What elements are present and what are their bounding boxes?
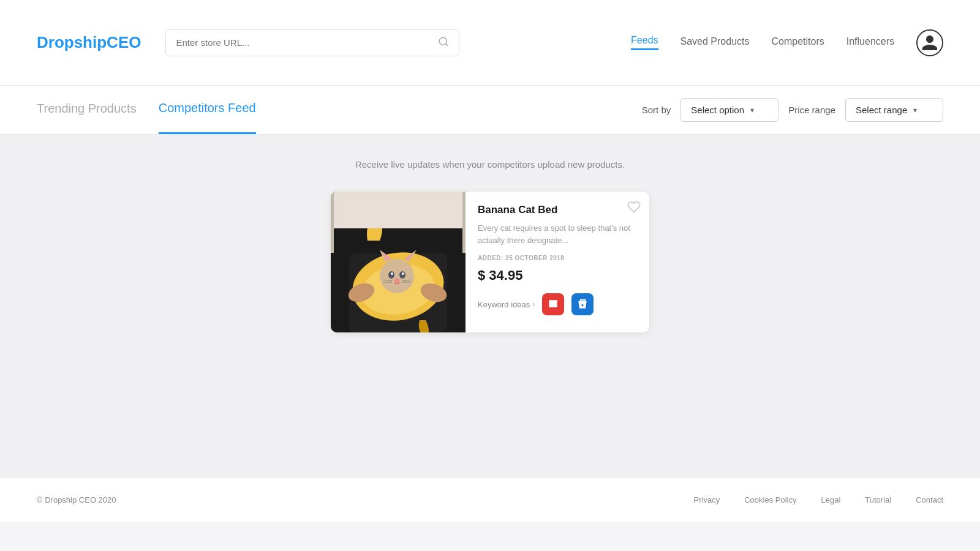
product-actions: Keyword ideas ›	[478, 293, 637, 315]
product-description: Every cat requires a spot to sleep that'…	[478, 222, 637, 246]
logo: DropshipCEO	[37, 33, 141, 52]
price-chevron-icon: ▾	[913, 106, 917, 114]
added-date: ADDED: 25 OCTOBER 2018	[478, 255, 637, 261]
sub-header: Trending Products Competitors Feed Sort …	[0, 86, 980, 135]
sort-chevron-icon: ▾	[750, 106, 754, 114]
search-input[interactable]	[176, 37, 438, 48]
price-option-text: Select range	[856, 105, 907, 115]
wishlist-button[interactable]	[627, 200, 641, 217]
footer-links: Privacy Cookies Policy Legal Tutorial Co…	[694, 495, 943, 504]
main-content: Receive live updates when your competito…	[0, 135, 980, 478]
svg-point-12	[399, 271, 405, 279]
shopify-button[interactable]	[571, 293, 594, 315]
svg-rect-23	[331, 192, 334, 253]
product-price: $ 34.95	[478, 268, 637, 283]
user-avatar[interactable]	[916, 29, 943, 56]
svg-rect-22	[331, 192, 466, 228]
tab-competitors-feed[interactable]: Competitors Feed	[159, 86, 256, 134]
svg-point-6	[380, 259, 414, 293]
product-info: Banana Cat Bed Every cat requires a spot…	[466, 192, 649, 332]
search-bar[interactable]	[165, 29, 459, 56]
footer-link-tutorial[interactable]: Tutorial	[865, 495, 891, 504]
svg-point-14	[402, 272, 404, 275]
svg-point-15	[394, 279, 399, 282]
price-dropdown[interactable]: Select range ▾	[845, 98, 943, 122]
tab-trending-products[interactable]: Trending Products	[37, 86, 137, 134]
footer-link-cookies[interactable]: Cookies Policy	[744, 495, 796, 504]
header: DropshipCEO Feeds Saved Products Competi…	[0, 0, 980, 86]
aliexpress-button[interactable]	[542, 293, 564, 315]
product-title: Banana Cat Bed	[478, 204, 619, 216]
main-nav: Feeds Saved Products Competitors Influen…	[631, 29, 943, 56]
sort-label: Sort by	[642, 105, 671, 115]
price-label: Price range	[788, 105, 835, 115]
nav-item-competitors[interactable]: Competitors	[771, 36, 824, 50]
info-text: Receive live updates when your competito…	[37, 159, 943, 170]
svg-point-11	[388, 271, 394, 279]
product-card: Banana Cat Bed Every cat requires a spot…	[331, 192, 649, 332]
footer-copyright: © Dropship CEO 2020	[37, 495, 116, 504]
footer-link-legal[interactable]: Legal	[821, 495, 841, 504]
keyword-arrow-icon: ›	[532, 300, 535, 309]
logo-accent: CEO	[107, 33, 141, 51]
product-image	[331, 192, 466, 332]
nav-item-influencers[interactable]: Influencers	[846, 36, 894, 50]
footer-link-contact[interactable]: Contact	[916, 495, 943, 504]
nav-item-saved-products[interactable]: Saved Products	[680, 36, 750, 50]
keyword-ideas-label: Keyword ideas	[478, 300, 530, 309]
footer-link-privacy[interactable]: Privacy	[694, 495, 720, 504]
keyword-ideas-link[interactable]: Keyword ideas ›	[478, 300, 535, 309]
product-image-svg	[331, 192, 466, 332]
logo-text: Dropship	[37, 33, 107, 51]
filter-bar: Sort by Select option ▾ Price range Sele…	[642, 98, 943, 122]
nav-item-feeds[interactable]: Feeds	[631, 35, 658, 50]
sort-dropdown[interactable]: Select option ▾	[680, 98, 778, 122]
sort-option-text: Select option	[691, 105, 744, 115]
svg-line-1	[446, 43, 448, 45]
tab-bar: Trending Products Competitors Feed	[37, 86, 256, 134]
svg-point-13	[391, 272, 393, 275]
footer: © Dropship CEO 2020 Privacy Cookies Poli…	[0, 478, 980, 522]
search-icon	[438, 36, 449, 50]
